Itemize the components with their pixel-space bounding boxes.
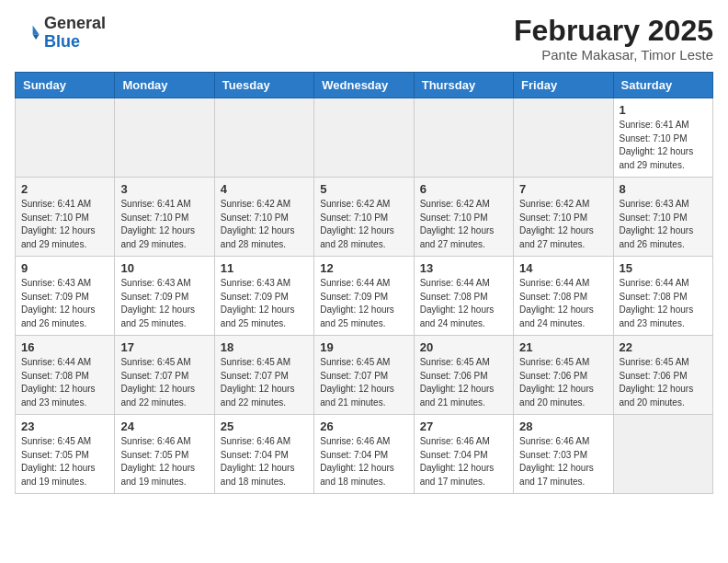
day-info: Sunrise: 6:44 AM Sunset: 7:09 PM Dayligh… xyxy=(320,277,407,330)
day-number: 20 xyxy=(420,340,507,354)
calendar-week-row: 23Sunrise: 6:45 AM Sunset: 7:05 PM Dayli… xyxy=(16,415,713,494)
day-info: Sunrise: 6:41 AM Sunset: 7:10 PM Dayligh… xyxy=(620,119,707,172)
day-info: Sunrise: 6:42 AM Sunset: 7:10 PM Dayligh… xyxy=(320,198,407,251)
day-number: 23 xyxy=(21,419,108,433)
day-number: 15 xyxy=(620,261,707,275)
calendar-cell: 21Sunrise: 6:45 AM Sunset: 7:06 PM Dayli… xyxy=(514,336,613,415)
day-info: Sunrise: 6:44 AM Sunset: 7:08 PM Dayligh… xyxy=(21,356,108,409)
day-number: 14 xyxy=(519,261,607,275)
calendar-cell: 17Sunrise: 6:45 AM Sunset: 7:07 PM Dayli… xyxy=(115,336,214,415)
calendar-cell: 1Sunrise: 6:41 AM Sunset: 7:10 PM Daylig… xyxy=(613,98,712,178)
calendar-cell: 25Sunrise: 6:46 AM Sunset: 7:04 PM Dayli… xyxy=(214,415,313,494)
day-info: Sunrise: 6:43 AM Sunset: 7:09 PM Dayligh… xyxy=(221,277,308,330)
day-header-friday: Friday xyxy=(514,73,613,98)
day-number: 11 xyxy=(221,261,308,275)
page-header: General Blue February 2025 Pante Makasar… xyxy=(15,15,713,63)
day-number: 6 xyxy=(420,182,507,196)
day-number: 28 xyxy=(519,419,607,433)
day-info: Sunrise: 6:46 AM Sunset: 7:03 PM Dayligh… xyxy=(519,435,607,488)
day-info: Sunrise: 6:42 AM Sunset: 7:10 PM Dayligh… xyxy=(519,198,607,251)
day-number: 17 xyxy=(120,340,208,354)
calendar-cell: 13Sunrise: 6:44 AM Sunset: 7:08 PM Dayli… xyxy=(414,257,513,336)
day-info: Sunrise: 6:45 AM Sunset: 7:07 PM Dayligh… xyxy=(120,356,208,409)
day-info: Sunrise: 6:41 AM Sunset: 7:10 PM Dayligh… xyxy=(21,198,108,251)
calendar-week-row: 16Sunrise: 6:44 AM Sunset: 7:08 PM Dayli… xyxy=(16,336,713,415)
calendar-week-row: 1Sunrise: 6:41 AM Sunset: 7:10 PM Daylig… xyxy=(16,98,713,178)
calendar-cell: 24Sunrise: 6:46 AM Sunset: 7:05 PM Dayli… xyxy=(115,415,214,494)
calendar-cell xyxy=(314,98,414,178)
day-number: 1 xyxy=(620,103,707,117)
day-number: 19 xyxy=(320,340,407,354)
day-header-sunday: Sunday xyxy=(16,73,115,98)
calendar-cell: 14Sunrise: 6:44 AM Sunset: 7:08 PM Dayli… xyxy=(514,257,613,336)
calendar-cell: 9Sunrise: 6:43 AM Sunset: 7:09 PM Daylig… xyxy=(16,257,115,336)
day-info: Sunrise: 6:44 AM Sunset: 7:08 PM Dayligh… xyxy=(420,277,507,330)
day-info: Sunrise: 6:46 AM Sunset: 7:04 PM Dayligh… xyxy=(420,435,507,488)
calendar-cell xyxy=(414,98,513,178)
logo-icon xyxy=(15,20,40,46)
logo-text: General Blue xyxy=(44,15,106,52)
calendar-cell: 10Sunrise: 6:43 AM Sunset: 7:09 PM Dayli… xyxy=(115,257,214,336)
svg-marker-1 xyxy=(33,34,40,40)
calendar-week-row: 2Sunrise: 6:41 AM Sunset: 7:10 PM Daylig… xyxy=(16,178,713,257)
day-header-monday: Monday xyxy=(115,73,214,98)
day-info: Sunrise: 6:45 AM Sunset: 7:07 PM Dayligh… xyxy=(221,356,308,409)
month-year: February 2025 xyxy=(514,15,713,47)
calendar-cell: 5Sunrise: 6:42 AM Sunset: 7:10 PM Daylig… xyxy=(314,178,414,257)
location: Pante Makasar, Timor Leste xyxy=(514,47,713,63)
day-info: Sunrise: 6:45 AM Sunset: 7:06 PM Dayligh… xyxy=(620,356,707,409)
calendar-cell xyxy=(16,98,115,178)
day-info: Sunrise: 6:45 AM Sunset: 7:06 PM Dayligh… xyxy=(519,356,607,409)
calendar-cell: 12Sunrise: 6:44 AM Sunset: 7:09 PM Dayli… xyxy=(314,257,414,336)
day-number: 16 xyxy=(21,340,108,354)
day-number: 26 xyxy=(320,419,407,433)
calendar-cell: 3Sunrise: 6:41 AM Sunset: 7:10 PM Daylig… xyxy=(115,178,214,257)
day-info: Sunrise: 6:46 AM Sunset: 7:04 PM Dayligh… xyxy=(320,435,407,488)
day-header-tuesday: Tuesday xyxy=(214,73,313,98)
calendar-cell: 4Sunrise: 6:42 AM Sunset: 7:10 PM Daylig… xyxy=(214,178,313,257)
day-info: Sunrise: 6:42 AM Sunset: 7:10 PM Dayligh… xyxy=(420,198,507,251)
calendar-cell: 2Sunrise: 6:41 AM Sunset: 7:10 PM Daylig… xyxy=(16,178,115,257)
day-number: 7 xyxy=(519,182,607,196)
day-header-wednesday: Wednesday xyxy=(314,73,414,98)
day-info: Sunrise: 6:43 AM Sunset: 7:09 PM Dayligh… xyxy=(21,277,108,330)
calendar-header-row: SundayMondayTuesdayWednesdayThursdayFrid… xyxy=(16,73,713,98)
title-block: February 2025 Pante Makasar, Timor Leste xyxy=(514,15,713,63)
day-info: Sunrise: 6:44 AM Sunset: 7:08 PM Dayligh… xyxy=(620,277,707,330)
calendar-cell: 7Sunrise: 6:42 AM Sunset: 7:10 PM Daylig… xyxy=(514,178,613,257)
logo-blue: Blue xyxy=(44,32,80,51)
day-info: Sunrise: 6:46 AM Sunset: 7:05 PM Dayligh… xyxy=(120,435,208,488)
calendar-cell: 20Sunrise: 6:45 AM Sunset: 7:06 PM Dayli… xyxy=(414,336,513,415)
svg-marker-0 xyxy=(33,25,40,34)
calendar-cell xyxy=(115,98,214,178)
calendar-cell: 15Sunrise: 6:44 AM Sunset: 7:08 PM Dayli… xyxy=(613,257,712,336)
day-number: 5 xyxy=(320,182,407,196)
calendar-cell: 16Sunrise: 6:44 AM Sunset: 7:08 PM Dayli… xyxy=(16,336,115,415)
day-info: Sunrise: 6:42 AM Sunset: 7:10 PM Dayligh… xyxy=(221,198,308,251)
calendar-cell: 23Sunrise: 6:45 AM Sunset: 7:05 PM Dayli… xyxy=(16,415,115,494)
logo-general: General xyxy=(44,14,106,32)
day-number: 12 xyxy=(320,261,407,275)
calendar-cell: 11Sunrise: 6:43 AM Sunset: 7:09 PM Dayli… xyxy=(214,257,313,336)
calendar-cell: 28Sunrise: 6:46 AM Sunset: 7:03 PM Dayli… xyxy=(514,415,613,494)
calendar-cell xyxy=(214,98,313,178)
day-number: 25 xyxy=(221,419,308,433)
calendar-cell: 22Sunrise: 6:45 AM Sunset: 7:06 PM Dayli… xyxy=(613,336,712,415)
day-header-saturday: Saturday xyxy=(613,73,712,98)
day-number: 27 xyxy=(420,419,507,433)
day-number: 24 xyxy=(120,419,208,433)
day-info: Sunrise: 6:46 AM Sunset: 7:04 PM Dayligh… xyxy=(221,435,308,488)
day-number: 18 xyxy=(221,340,308,354)
logo: General Blue xyxy=(15,15,106,52)
calendar-cell xyxy=(613,415,712,494)
calendar-cell: 18Sunrise: 6:45 AM Sunset: 7:07 PM Dayli… xyxy=(214,336,313,415)
day-number: 21 xyxy=(519,340,607,354)
calendar-table: SundayMondayTuesdayWednesdayThursdayFrid… xyxy=(15,72,713,494)
calendar-cell: 8Sunrise: 6:43 AM Sunset: 7:10 PM Daylig… xyxy=(613,178,712,257)
day-number: 9 xyxy=(21,261,108,275)
day-number: 8 xyxy=(620,182,707,196)
day-info: Sunrise: 6:44 AM Sunset: 7:08 PM Dayligh… xyxy=(519,277,607,330)
calendar-cell: 19Sunrise: 6:45 AM Sunset: 7:07 PM Dayli… xyxy=(314,336,414,415)
day-info: Sunrise: 6:43 AM Sunset: 7:10 PM Dayligh… xyxy=(620,198,707,251)
day-info: Sunrise: 6:45 AM Sunset: 7:06 PM Dayligh… xyxy=(420,356,507,409)
